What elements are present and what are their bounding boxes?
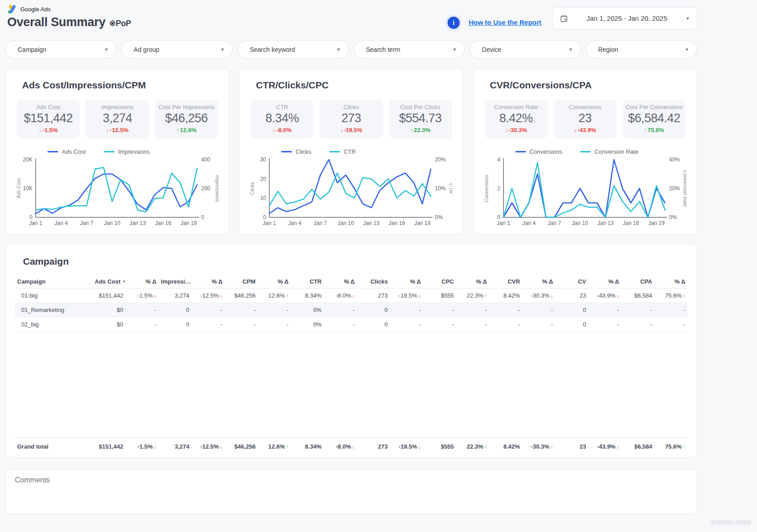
column-header--[interactable]: % Δ	[655, 275, 688, 288]
table-cell: -	[621, 303, 654, 317]
table-cell: -	[258, 303, 291, 317]
table-cell: 75.6%↑	[655, 438, 688, 457]
column-header-cpc[interactable]: CPC	[423, 275, 456, 288]
column-header--[interactable]: % Δ	[125, 275, 158, 288]
column-header--[interactable]: % Δ	[456, 275, 489, 288]
delta-arrow-icon: ↓	[550, 293, 553, 299]
svg-text:Jan 7: Jan 7	[314, 220, 328, 226]
delta-arrow-icon: ↓	[616, 444, 619, 450]
comments-input[interactable]: Comments	[5, 469, 697, 514]
legend-line-swatch	[580, 151, 591, 153]
line-chart-svg: 010K20K0200400Ads CostImpressionsJan 1Ja…	[15, 156, 219, 227]
filter-device[interactable]: Device▼	[470, 40, 581, 59]
table-cell: $0	[92, 303, 125, 317]
column-header--[interactable]: % Δ	[522, 275, 555, 288]
delta-arrow-icon: ↓	[418, 293, 421, 299]
svg-text:400: 400	[201, 156, 210, 163]
delta-arrow-icon: ↓	[352, 293, 355, 299]
kpi-row: Ads Cost $151,442 ↓-1.5% Impressions 3,2…	[17, 100, 218, 138]
kpi-delta: ↓-19.5%	[320, 127, 382, 133]
column-header--[interactable]: % Δ	[258, 275, 291, 288]
column-header--[interactable]: % Δ	[588, 275, 621, 288]
column-header-cvr[interactable]: CVR	[489, 275, 522, 288]
table-cell: $555	[423, 438, 456, 457]
kpi-conversion-rate: Conversion Rate 8.42% ↓-30.3%	[485, 100, 548, 138]
column-header-cpm[interactable]: CPM	[225, 275, 258, 288]
column-header--[interactable]: % Δ	[324, 275, 357, 288]
table-row-01_remarketing[interactable]: 01_Remarketing$0-0---0%-0-----0---	[15, 303, 688, 317]
column-header-ctr[interactable]: CTR	[291, 275, 324, 288]
table-row-01-big[interactable]: 01-big$151,442-1.5%↓3,274-12.5%↓$46,2561…	[15, 289, 688, 303]
table-section-title: Campaign	[23, 256, 688, 267]
filter-region[interactable]: Region▼	[586, 40, 697, 59]
kpi-value: 8.42%	[485, 111, 547, 125]
filter-label: Search keyword	[250, 46, 295, 53]
delta-arrow-icon: ↑	[286, 444, 289, 450]
table-cell: -30.3%↓	[522, 438, 555, 457]
column-header-impressi-[interactable]: Impressi…	[159, 275, 192, 288]
page-title-text: Overall Summary	[7, 15, 106, 29]
table-row-02_big[interactable]: 02_big$0-0---0%-0-----0---	[15, 317, 688, 332]
column-header--[interactable]: % Δ	[390, 275, 423, 288]
column-header-campaign[interactable]: Campaign	[15, 275, 92, 288]
table-cell: -8.0%↓	[324, 289, 357, 303]
table-header-row: CampaignAds Cost▼% ΔImpressi…% ΔCPM% ΔCT…	[15, 275, 688, 289]
svg-text:20%: 20%	[435, 156, 446, 163]
svg-text:20%: 20%	[669, 185, 680, 192]
date-range-picker[interactable]: Jan 1, 2025 - Jan 20, 2025 ▼	[552, 7, 697, 29]
svg-text:Jan 7: Jan 7	[548, 220, 561, 226]
chart-legend: ConversionsConversion Rate	[515, 148, 688, 155]
kpi-delta: ↓-30.3%	[485, 127, 547, 133]
kpi-value: $151,442	[18, 111, 79, 125]
column-header-cpa[interactable]: CPA	[621, 275, 654, 288]
series-line-ctr	[269, 173, 431, 206]
table-cell: Grand total	[15, 438, 92, 457]
filter-ad-group[interactable]: Ad group▼	[121, 40, 232, 59]
legend-line-swatch	[329, 151, 340, 153]
delta-arrow-icon: ↓	[418, 444, 421, 450]
table-cell: 02_big	[15, 317, 92, 331]
svg-text:Jan 19: Jan 19	[648, 220, 665, 226]
series-line-clicks	[269, 160, 431, 214]
svg-text:Jan 7: Jan 7	[80, 220, 93, 226]
delta-arrow-icon: ↓	[352, 444, 355, 450]
table-cell: 8.34%	[291, 438, 324, 457]
legend-item-clicks: Clicks	[281, 148, 311, 155]
delta-arrow-icon: ↓	[220, 293, 222, 299]
column-header--[interactable]: % Δ	[192, 275, 225, 288]
conversions-cvr-line-chart: ConversionsConversion Rate0240%20%40%Con…	[483, 148, 688, 229]
delta-arrow-icon: ↓	[154, 293, 157, 299]
table-cell: -	[456, 303, 489, 317]
table-cell: 0	[159, 303, 192, 317]
table-cell: 8.42%	[489, 438, 522, 457]
table-cell: -	[192, 303, 225, 317]
info-icon[interactable]: i	[448, 17, 460, 29]
filter-bar: Campaign▼ Ad group▼ Search keyword▼ Sear…	[5, 40, 697, 59]
kpi-delta: ↑22.3%	[390, 127, 451, 133]
table-cell: -	[225, 303, 258, 317]
table-cell: 22.3%↑	[456, 289, 489, 303]
filter-search-term[interactable]: Search term▼	[354, 40, 465, 59]
filter-search-keyword[interactable]: Search keyword▼	[238, 40, 349, 59]
svg-text:40%: 40%	[669, 156, 680, 163]
google-ads-logo: Google Ads	[8, 4, 51, 14]
svg-text:Jan 19: Jan 19	[414, 220, 430, 226]
column-header-ads-cost[interactable]: Ads Cost▼	[92, 275, 125, 288]
kpi-value: $46,256	[156, 111, 217, 125]
card-title: CTR/Clicks/CPC	[256, 80, 453, 91]
delta-arrow-icon: ↓	[550, 444, 553, 450]
table-cell: 8.42%	[489, 289, 522, 303]
chevron-down-icon: ▼	[337, 47, 341, 52]
chart-legend: Ads CostImpressions	[47, 148, 220, 155]
table-cell: 0	[555, 317, 588, 331]
delta-arrow-icon: ↑	[176, 127, 179, 133]
table-cell: -43.9%↓	[588, 438, 621, 457]
table-cell: -	[522, 317, 555, 331]
how-to-use-link[interactable]: How to Use the Report	[469, 18, 541, 26]
legend-item-ads-cost: Ads Cost	[47, 148, 86, 155]
column-header-clicks[interactable]: Clicks	[357, 275, 390, 288]
filter-campaign[interactable]: Campaign▼	[5, 40, 116, 59]
chevron-down-icon: ▼	[685, 47, 689, 52]
column-header-cv[interactable]: CV	[555, 275, 588, 288]
table-cell: -	[621, 317, 654, 331]
